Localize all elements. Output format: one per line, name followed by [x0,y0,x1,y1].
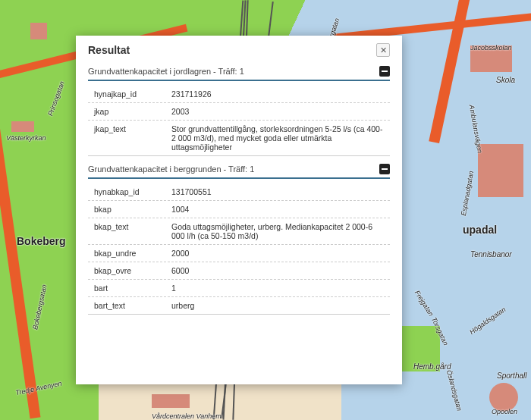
row-value: 1004 [171,205,387,214]
table-row: jkap2003 [88,103,390,121]
close-icon: ✕ [380,45,387,55]
table-row: bart_texturberg [88,297,390,315]
place-label-vardcentralen: Vårdcentralen Vanhem [152,412,222,420]
row-key: jkap_text [94,124,164,152]
close-button[interactable]: ✕ [376,43,390,57]
table-row: jkap_textStor grundvattentillgång, storl… [88,121,390,156]
row-value: 131700551 [171,187,387,196]
street-label: Tredje Avenyen [15,380,63,397]
collapse-icon[interactable] [379,164,390,174]
table-row: hynajkap_id231711926 [88,86,390,103]
place-label-vasterkyrkan: Västerkyrkan [6,134,46,142]
collapse-icon[interactable] [379,66,390,77]
place-label-tennisbanor: Tennisbanor [470,250,512,259]
place-label-skola: Skola [496,76,515,84]
section-title: Grundvattenkapacitet i berggrunden - Trä… [88,165,254,174]
row-key: jkap [94,107,164,116]
row-key: bart_text [94,301,164,310]
section-header-jordlagren[interactable]: Grundvattenkapacitet i jordlagren - Träf… [88,63,390,81]
place-label-bokeberg: Bokeberg [17,235,66,247]
street-label: Frejgatan [413,289,435,318]
row-key: bkap [94,205,164,214]
street-label: Esplanadgatan [460,171,475,217]
row-key: bkap_undre [94,249,164,258]
street-label: Ambulansvägen [468,104,484,153]
place-label-sporthall: Sporthall [497,371,526,380]
street-label: Bokebergsatan [31,284,48,330]
row-value: 6000 [171,266,387,275]
row-value: 231711926 [171,89,387,99]
street-label: Högaldsgatan [468,306,507,336]
row-value: Stor grundvattentillgång, storleksordnin… [171,124,387,152]
street-label: Öslandsgatan [445,369,463,412]
popup-title: Resultat [88,44,130,56]
row-value: urberg [171,301,387,310]
map-building [478,144,523,197]
place-label-hembgard: Hemb.gård [413,362,451,371]
table-row: bkap_undre2000 [88,245,390,262]
row-key: hynajkap_id [94,89,164,99]
street-label: Prinsogatan [46,80,66,118]
map-building [30,23,47,39]
result-popup: Resultat ✕ Grundvattenkapacitet i jordla… [76,36,402,384]
row-key: bkap_ovre [94,266,164,275]
section-rows-jordlagren: hynajkap_id231711926 jkap2003 jkap_textS… [88,86,390,156]
table-row: hynabkap_id131700551 [88,183,390,201]
table-row: bkap_ovre6000 [88,262,390,280]
row-value: 2003 [171,107,387,116]
table-row: bart1 [88,280,390,297]
row-value: 1 [171,284,387,293]
table-row: bkap_textGoda uttagsmöjligheter, urberg.… [88,218,390,245]
row-key: hynabkap_id [94,187,164,196]
section-title: Grundvattenkapacitet i jordlagren - Träf… [88,67,244,76]
row-value: Goda uttagsmöjligheter, urberg. Medianka… [171,222,387,240]
map-building [152,394,190,408]
place-label-jacobsskolan: Jacobsskolan [470,44,512,52]
place-label-opoolen: Opoolen [492,408,517,415]
table-row: bkap1004 [88,201,390,218]
section-rows-berggrunden: hynabkap_id131700551 bkap1004 bkap_textG… [88,183,390,315]
row-key: bart [94,284,164,293]
section-header-berggrunden[interactable]: Grundvattenkapacitet i berggrunden - Trä… [88,161,390,179]
row-key: bkap_text [94,222,164,240]
place-label-upadal: upadal [463,224,497,236]
row-value: 2000 [171,249,387,258]
map-building [11,121,34,132]
